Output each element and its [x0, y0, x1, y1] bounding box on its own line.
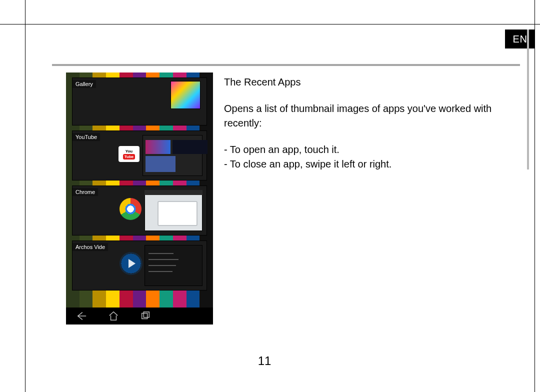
youtube-icon-bottom: Tube — [123, 154, 136, 160]
recent-card-label: YouTube — [72, 133, 100, 141]
youtube-mini-thumb — [146, 156, 176, 172]
chrome-tabbar — [144, 190, 202, 195]
intro-paragraph: Opens a list of thumbnail images of apps… — [224, 102, 500, 130]
recent-apps-screenshot: Gallery YouTube You Tube Chrome Archos V… — [66, 72, 213, 324]
crop-mark-top — [0, 24, 540, 24]
chrome-icon — [120, 198, 142, 220]
recent-card-label: Archos Vide — [72, 243, 108, 251]
youtube-mini-thumb — [172, 140, 208, 154]
youtube-mini-thumb — [146, 140, 170, 154]
youtube-icon-top: You — [126, 149, 133, 154]
chrome-page-image — [158, 201, 198, 226]
bullet-item: - To open an app, touch it. — [224, 142, 500, 157]
recent-apps-icon[interactable] — [140, 310, 151, 322]
home-icon[interactable] — [108, 310, 119, 322]
language-badge: EN — [505, 30, 535, 48]
recent-card-gallery[interactable]: Gallery — [72, 78, 207, 126]
back-icon[interactable] — [76, 310, 87, 322]
recent-card-label: Chrome — [72, 188, 98, 196]
archos-menu-line — [148, 259, 178, 260]
archos-menu-line — [148, 271, 172, 272]
archos-menu-line — [148, 253, 174, 254]
svg-rect-0 — [142, 314, 148, 319]
section-rule — [52, 64, 520, 66]
recent-card-chrome[interactable]: Chrome — [72, 186, 207, 236]
gallery-thumb — [170, 81, 200, 109]
bullet-item: - To close an app, swipe it left or righ… — [224, 157, 500, 172]
youtube-icon: You Tube — [118, 146, 140, 162]
android-nav-bar — [66, 308, 213, 324]
recent-card-archos-video[interactable]: Archos Vide — [72, 240, 207, 290]
svg-rect-1 — [144, 312, 149, 318]
archos-menu-line — [148, 265, 176, 266]
side-stripe — [527, 30, 529, 170]
crop-mark-left — [25, 0, 26, 392]
play-icon — [120, 252, 142, 275]
page-number: 11 — [0, 354, 529, 368]
recent-card-youtube[interactable]: YouTube You Tube — [72, 130, 207, 180]
crop-mark-right — [534, 0, 535, 392]
section-heading: The Recent Apps — [224, 75, 500, 90]
recent-card-label: Gallery — [72, 80, 96, 88]
